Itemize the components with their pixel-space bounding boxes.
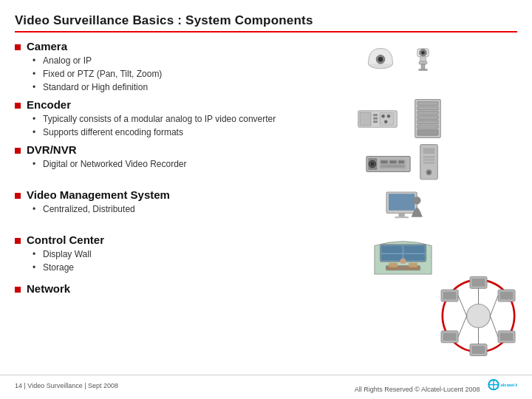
svg-rect-50: [403, 245, 425, 253]
control-header: Control Center: [15, 233, 288, 246]
camera-header: Camera: [15, 40, 288, 52]
alcatel-lucent-logo-icon: alcatel·lucent: [488, 378, 517, 392]
svg-text:alcatel·lucent: alcatel·lucent: [500, 383, 517, 387]
vms-title: Video Management System: [27, 188, 170, 201]
svg-rect-22: [417, 111, 438, 115]
dvrnvr-header: DVR/NVR: [15, 143, 288, 156]
svg-rect-24: [417, 120, 438, 124]
network-bullet: [15, 287, 21, 293]
dvrnvr-bullets: Digital or Networked Video Recorder: [33, 157, 288, 171]
footer-copyright: All Rights Reserved © Alcatel-Lucent 200…: [355, 386, 480, 393]
svg-rect-23: [417, 116, 438, 120]
svg-point-47: [413, 197, 421, 205]
svg-rect-25: [417, 125, 438, 129]
dvrnvr-images: [288, 143, 517, 184]
dvr-icon: [364, 149, 412, 179]
footer-left: 14 | Video Surveillance | Sept 2008: [15, 382, 118, 389]
vms-left: Video Management System Centralized, Dis…: [15, 188, 288, 216]
control-bullets: Display Wall Storage: [33, 248, 288, 274]
section-dvrnvr: DVR/NVR Digital or Networked Video Recor…: [15, 143, 517, 184]
bullet-item: Storage: [33, 261, 288, 274]
camera-images: [288, 40, 517, 81]
camera-bullet: [15, 44, 21, 50]
section-control: Control Center Display Wall Storage: [15, 233, 517, 278]
svg-rect-15: [380, 112, 394, 125]
svg-rect-39: [423, 159, 434, 160]
section-encoder: Encoder Typically consists of a modular …: [15, 98, 517, 139]
bullet-item: Display Wall: [33, 248, 288, 261]
control-title: Control Center: [27, 233, 104, 246]
svg-rect-51: [381, 254, 403, 261]
dvrnvr-left: DVR/NVR Digital or Networked Video Recor…: [15, 143, 288, 171]
svg-rect-14: [373, 120, 378, 123]
slide: Video Surveillance Basics : System Compo…: [0, 0, 532, 399]
network-left: Network: [15, 282, 288, 296]
svg-rect-54: [389, 263, 398, 267]
network-diagram-icon: [436, 273, 521, 358]
svg-rect-45: [398, 214, 404, 217]
encoder-bullets: Typically consists of a modular analog t…: [33, 112, 288, 139]
vms-header: Video Management System: [15, 188, 288, 201]
camera-left: Camera Analog or IP Fixed or PTZ (Pan, T…: [15, 40, 288, 94]
svg-rect-35: [381, 164, 404, 167]
svg-rect-37: [423, 148, 434, 154]
bullet-item: Supports different encoding formats: [33, 126, 288, 139]
svg-point-30: [370, 162, 374, 166]
slide-title: Video Surveillance Basics : System Compo…: [15, 13, 517, 33]
svg-rect-8: [421, 64, 425, 69]
svg-line-73: [490, 296, 498, 316]
camera-bullets: Analog or IP Fixed or PTZ (Pan, Tilt, Zo…: [33, 54, 288, 94]
svg-line-75: [458, 296, 467, 316]
svg-rect-40: [423, 162, 434, 163]
bullet-item: Standard or High definition: [33, 81, 288, 94]
server-tower-icon: [416, 143, 442, 184]
vms-bullets: Centralized, Distributed: [33, 202, 288, 216]
svg-rect-68: [443, 333, 457, 341]
svg-rect-60: [472, 279, 485, 287]
svg-rect-26: [417, 129, 438, 135]
control-images: [288, 233, 517, 278]
svg-point-2: [378, 57, 383, 62]
svg-point-16: [381, 115, 385, 118]
bullet-item: Digital or Networked Video Recorder: [33, 157, 288, 171]
svg-point-42: [427, 171, 429, 174]
svg-rect-38: [423, 156, 434, 157]
network-title: Network: [27, 282, 70, 295]
vms-images: [288, 188, 517, 229]
svg-rect-52: [403, 254, 425, 261]
svg-rect-49: [381, 245, 403, 253]
bullet-item: Fixed or PTZ (Pan, Tilt, Zoom): [33, 67, 288, 81]
camera-title: Camera: [27, 40, 67, 52]
dvrnvr-bullet: [15, 148, 21, 154]
svg-line-74: [490, 316, 498, 337]
svg-rect-44: [389, 194, 415, 211]
encoder-title: Encoder: [27, 98, 71, 111]
section-vms: Video Management System Centralized, Dis…: [15, 188, 517, 229]
svg-line-76: [458, 316, 467, 337]
encoder-header: Encoder: [15, 98, 288, 111]
encoder-left: Encoder Typically consists of a modular …: [15, 98, 288, 139]
vms-bullet: [15, 193, 21, 199]
bullet-item: Analog or IP: [33, 54, 288, 67]
svg-point-58: [467, 304, 491, 328]
svg-rect-66: [472, 346, 485, 354]
svg-point-17: [387, 115, 391, 118]
svg-rect-7: [419, 61, 427, 64]
bullet-item: Centralized, Distributed: [33, 202, 288, 216]
svg-rect-21: [417, 106, 438, 110]
ptz-camera-icon: [403, 40, 443, 81]
svg-point-18: [384, 120, 388, 123]
encoder-icon: [355, 104, 400, 134]
encoder-bullet: [15, 103, 21, 109]
bullet-item: Typically consists of a modular analog t…: [33, 112, 288, 126]
svg-rect-64: [500, 333, 514, 341]
svg-rect-55: [409, 263, 417, 267]
svg-rect-70: [443, 292, 457, 300]
svg-rect-6: [420, 57, 426, 61]
control-room-icon: [372, 233, 434, 278]
rack-icon: [406, 98, 450, 139]
control-left: Control Center Display Wall Storage: [15, 233, 288, 274]
svg-point-5: [421, 51, 425, 55]
section-camera: Camera Analog or IP Fixed or PTZ (Pan, T…: [15, 40, 517, 94]
svg-rect-11: [360, 112, 371, 126]
